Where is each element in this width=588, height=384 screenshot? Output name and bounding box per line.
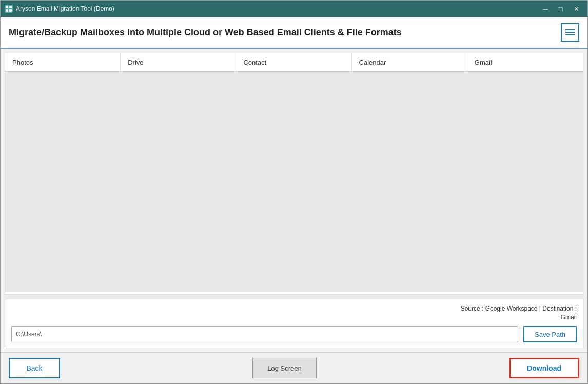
menu-bar-1 — [565, 29, 575, 30]
app-window: Aryson Email Migration Tool (Demo) ─ □ ✕… — [0, 0, 588, 384]
svg-rect-1 — [9, 6, 12, 8]
col-calendar: Calendar — [352, 53, 467, 71]
path-input[interactable] — [11, 326, 518, 342]
menu-bar-3 — [565, 34, 575, 35]
app-icon — [5, 5, 13, 13]
title-bar-text: Aryson Email Migration Tool (Demo) — [16, 5, 114, 12]
page-title: Migrate/Backup Mailboxes into Multiple C… — [9, 27, 402, 38]
back-button[interactable]: Back — [9, 358, 60, 378]
source-dest-line2: Gmail — [11, 313, 577, 322]
download-button[interactable]: Download — [509, 358, 579, 378]
content-area: Photos Drive Contact Calendar Gmail Sour… — [1, 49, 587, 352]
title-bar-left: Aryson Email Migration Tool (Demo) — [5, 5, 114, 13]
save-path-button[interactable]: Save Path — [523, 326, 577, 342]
menu-button[interactable] — [561, 23, 579, 42]
table-body — [5, 72, 583, 292]
col-photos: Photos — [5, 53, 121, 71]
log-screen-button[interactable]: Log Screen — [252, 358, 317, 378]
col-contact: Contact — [236, 53, 351, 71]
minimize-button[interactable]: ─ — [538, 3, 553, 14]
title-bar: Aryson Email Migration Tool (Demo) ─ □ ✕ — [1, 1, 587, 17]
title-bar-controls: ─ □ ✕ — [538, 3, 583, 14]
main-table: Photos Drive Contact Calendar Gmail — [5, 53, 583, 295]
menu-bar-2 — [565, 32, 575, 33]
maximize-button[interactable]: □ — [554, 3, 568, 14]
col-gmail: Gmail — [467, 53, 583, 71]
table-header: Photos Drive Contact Calendar Gmail — [5, 53, 583, 72]
footer-bar: Back Log Screen Download — [1, 352, 587, 383]
source-dest-info: Source : Google Workspace | Destination … — [11, 304, 577, 322]
svg-rect-2 — [6, 9, 8, 12]
bottom-panel: Source : Google Workspace | Destination … — [5, 299, 583, 348]
path-row: Save Path — [11, 326, 577, 342]
col-drive: Drive — [121, 53, 236, 71]
close-button[interactable]: ✕ — [569, 3, 583, 14]
header-bar: Migrate/Backup Mailboxes into Multiple C… — [1, 17, 587, 49]
svg-rect-0 — [6, 6, 8, 8]
source-dest-line1: Source : Google Workspace | Destination … — [11, 304, 577, 313]
svg-rect-3 — [9, 9, 12, 12]
